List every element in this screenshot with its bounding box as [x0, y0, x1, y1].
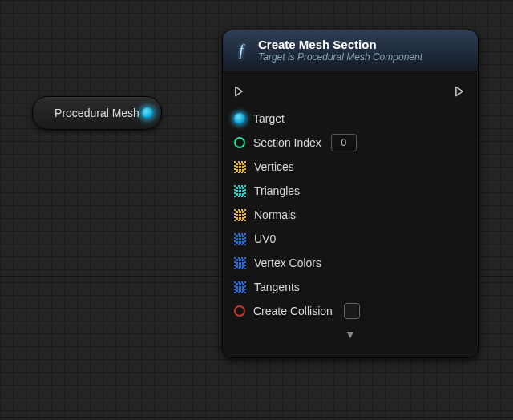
input-pin-vertex-colors[interactable]: Vertex Colors — [234, 251, 467, 275]
function-node-create-mesh-section[interactable]: f Create Mesh Section Target is Procedur… — [222, 30, 479, 358]
expand-node-button[interactable]: ▼ — [234, 328, 467, 341]
exec-output-pin[interactable] — [454, 85, 467, 98]
bool-pin-icon — [234, 305, 245, 317]
input-pin-section-index[interactable]: Section Index 0 — [234, 131, 467, 155]
input-pin-triangles[interactable]: Triangles — [234, 179, 467, 203]
int-array-pin-icon — [234, 185, 246, 197]
node-body: Target Section Index 0 Vertices Triangle… — [223, 71, 478, 345]
section-index-input[interactable]: 0 — [331, 134, 357, 151]
input-pin-normals[interactable]: Normals — [234, 203, 467, 227]
create-collision-checkbox[interactable] — [344, 303, 360, 319]
function-icon: f — [232, 42, 250, 59]
node-title: Create Mesh Section — [258, 38, 422, 51]
struct-array-pin-icon — [234, 257, 246, 269]
int-pin-icon — [234, 137, 245, 148]
struct-array-pin-icon — [234, 233, 246, 245]
input-pin-uv0[interactable]: UV0 — [234, 227, 467, 251]
input-pin-target[interactable]: Target — [234, 107, 467, 131]
exec-input-pin[interactable] — [234, 85, 246, 98]
variable-node-label: Procedural Mesh — [55, 107, 139, 119]
node-header[interactable]: f Create Mesh Section Target is Procedur… — [223, 30, 478, 71]
input-pin-vertices[interactable]: Vertices — [234, 155, 467, 179]
output-pin-object[interactable] — [142, 107, 153, 119]
input-pin-tangents[interactable]: Tangents — [234, 275, 467, 299]
vector-array-pin-icon — [234, 161, 246, 173]
vector-array-pin-icon — [234, 209, 246, 221]
variable-node-procedural-mesh[interactable]: Procedural Mesh — [32, 96, 162, 130]
node-subtitle: Target is Procedural Mesh Component — [258, 52, 422, 63]
exec-pin-icon — [454, 85, 467, 98]
input-pin-create-collision[interactable]: Create Collision — [234, 299, 467, 323]
exec-pin-icon — [234, 85, 246, 98]
object-pin-icon — [234, 113, 245, 124]
struct-array-pin-icon — [234, 281, 246, 293]
